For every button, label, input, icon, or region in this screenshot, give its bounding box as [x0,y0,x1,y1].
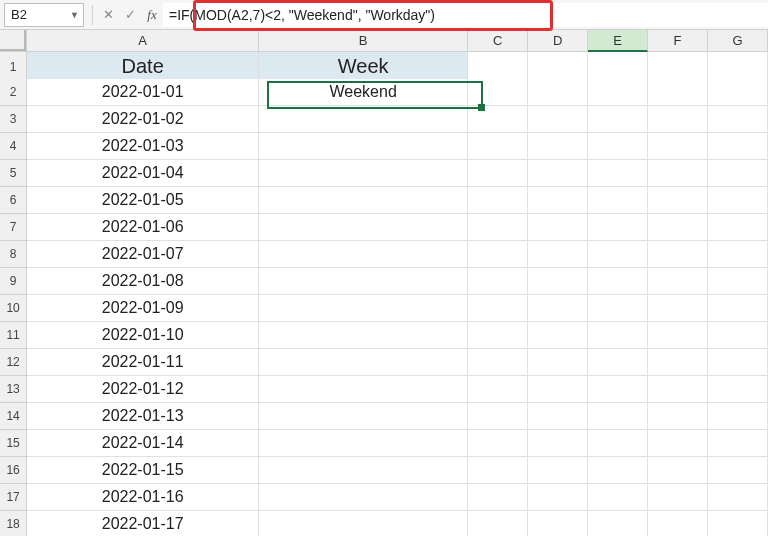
cell-G2[interactable] [708,79,768,106]
cell-C4[interactable] [468,133,528,160]
cell-D15[interactable] [528,430,588,457]
cell-F5[interactable] [648,160,708,187]
cell-A12[interactable]: 2022-01-11 [27,349,259,376]
cell-A17[interactable]: 2022-01-16 [27,484,259,511]
row-header-6[interactable]: 6 [0,187,27,214]
cell-B18[interactable] [259,511,468,536]
row-header-3[interactable]: 3 [0,106,27,133]
cell-C1[interactable] [468,52,528,82]
cell-E3[interactable] [588,106,648,133]
cell-A14[interactable]: 2022-01-13 [27,403,259,430]
cell-B11[interactable] [259,322,468,349]
row-header-2[interactable]: 2 [0,79,27,106]
cell-F3[interactable] [648,106,708,133]
cell-C14[interactable] [468,403,528,430]
cell-G11[interactable] [708,322,768,349]
cell-B10[interactable] [259,295,468,322]
cell-B13[interactable] [259,376,468,403]
cell-E6[interactable] [588,187,648,214]
row-header-12[interactable]: 12 [0,349,27,376]
cell-G16[interactable] [708,457,768,484]
cell-A6[interactable]: 2022-01-05 [27,187,259,214]
cell-F9[interactable] [648,268,708,295]
cell-C17[interactable] [468,484,528,511]
cell-A5[interactable]: 2022-01-04 [27,160,259,187]
cell-D13[interactable] [528,376,588,403]
cell-D17[interactable] [528,484,588,511]
select-all-corner[interactable] [0,30,27,51]
cell-D1[interactable] [528,52,588,82]
cell-B7[interactable] [259,214,468,241]
cell-E2[interactable] [588,79,648,106]
cell-F14[interactable] [648,403,708,430]
cell-C5[interactable] [468,160,528,187]
cell-C13[interactable] [468,376,528,403]
row-header-17[interactable]: 17 [0,484,27,511]
cell-A9[interactable]: 2022-01-08 [27,268,259,295]
cell-A18[interactable]: 2022-01-17 [27,511,259,536]
cell-B15[interactable] [259,430,468,457]
cell-E13[interactable] [588,376,648,403]
cell-D8[interactable] [528,241,588,268]
cell-G8[interactable] [708,241,768,268]
cell-C10[interactable] [468,295,528,322]
cell-C7[interactable] [468,214,528,241]
cell-B12[interactable] [259,349,468,376]
cell-E17[interactable] [588,484,648,511]
cell-C3[interactable] [468,106,528,133]
cell-E14[interactable] [588,403,648,430]
col-header-G[interactable]: G [708,30,768,51]
row-header-16[interactable]: 16 [0,457,27,484]
cell-B4[interactable] [259,133,468,160]
row-header-4[interactable]: 4 [0,133,27,160]
cell-A2[interactable]: 2022-01-01 [27,79,259,106]
cell-E10[interactable] [588,295,648,322]
cell-G18[interactable] [708,511,768,536]
cell-F8[interactable] [648,241,708,268]
cell-A13[interactable]: 2022-01-12 [27,376,259,403]
cell-G15[interactable] [708,430,768,457]
col-header-F[interactable]: F [648,30,708,51]
row-header-1[interactable]: 1 [0,52,27,82]
cell-D4[interactable] [528,133,588,160]
cell-F6[interactable] [648,187,708,214]
cell-A3[interactable]: 2022-01-02 [27,106,259,133]
cell-D2[interactable] [528,79,588,106]
cell-G1[interactable] [708,52,768,82]
cell-B8[interactable] [259,241,468,268]
cell-F4[interactable] [648,133,708,160]
cell-F1[interactable] [648,52,708,82]
cell-F16[interactable] [648,457,708,484]
cell-D12[interactable] [528,349,588,376]
cell-E1[interactable] [588,52,648,82]
cell-D14[interactable] [528,403,588,430]
row-header-7[interactable]: 7 [0,214,27,241]
col-header-E[interactable]: E [588,30,648,52]
cell-B9[interactable] [259,268,468,295]
cell-F12[interactable] [648,349,708,376]
cell-B5[interactable] [259,160,468,187]
row-header-8[interactable]: 8 [0,241,27,268]
cell-A10[interactable]: 2022-01-09 [27,295,259,322]
row-header-13[interactable]: 13 [0,376,27,403]
cell-C9[interactable] [468,268,528,295]
cell-B3[interactable] [259,106,468,133]
cell-B16[interactable] [259,457,468,484]
cell-C8[interactable] [468,241,528,268]
cell-C16[interactable] [468,457,528,484]
col-header-A[interactable]: A [27,30,259,51]
fx-icon[interactable]: fx [141,7,163,23]
cell-E16[interactable] [588,457,648,484]
cell-G17[interactable] [708,484,768,511]
cell-D18[interactable] [528,511,588,536]
cell-F18[interactable] [648,511,708,536]
cell-C18[interactable] [468,511,528,536]
cell-B1[interactable]: Week [259,52,468,82]
row-header-9[interactable]: 9 [0,268,27,295]
row-header-18[interactable]: 18 [0,511,27,536]
cell-C12[interactable] [468,349,528,376]
cell-D3[interactable] [528,106,588,133]
cell-C11[interactable] [468,322,528,349]
cell-D10[interactable] [528,295,588,322]
cell-A16[interactable]: 2022-01-15 [27,457,259,484]
